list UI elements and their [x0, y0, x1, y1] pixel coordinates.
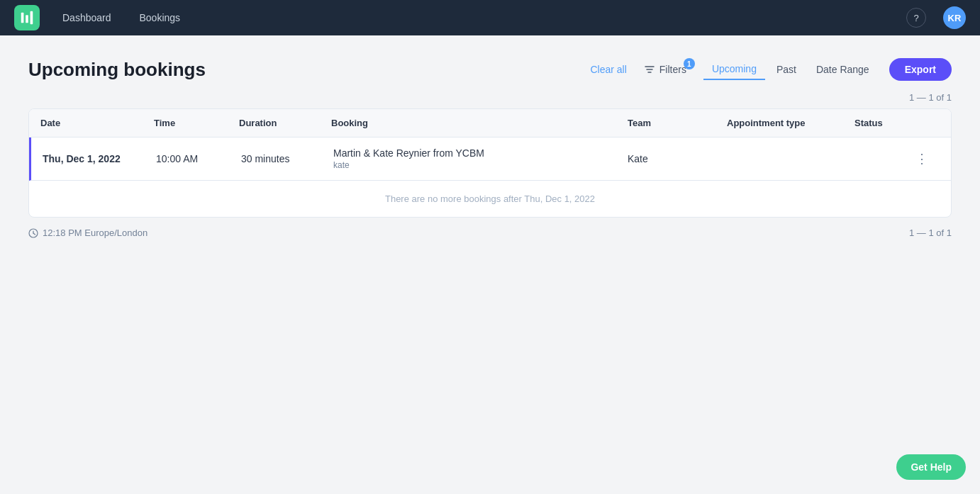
page-title: Upcoming bookings [28, 59, 590, 81]
export-button[interactable]: Export [889, 58, 952, 81]
filters-badge: 1 [684, 58, 695, 69]
svg-line-8 [33, 233, 35, 235]
cell-booking: Martin & Kate Reynier from YCBM kate [333, 147, 628, 170]
cell-more[interactable]: ⋮ [911, 150, 940, 168]
nav-bookings[interactable]: Bookings [134, 9, 186, 26]
row-more-button[interactable]: ⋮ [911, 150, 932, 168]
svg-rect-0 [21, 13, 24, 23]
filters-label: Filters [659, 64, 686, 75]
col-duration: Duration [239, 118, 331, 128]
main-content: Upcoming bookings Clear all Filters 1 Up… [0, 35, 980, 271]
tab-date-range[interactable]: Date Range [808, 60, 878, 79]
no-more-bookings: There are no more bookings after Thu, De… [29, 181, 951, 217]
cell-date: Thu, Dec 1, 2022 [43, 153, 156, 164]
svg-rect-1 [26, 15, 28, 23]
table-footer: 12:18 PM Europe/London 1 — 1 of 1 [28, 218, 952, 248]
bookings-table: Date Time Duration Booking Team Appointm… [28, 108, 952, 218]
col-appointment-type: Appointment type [727, 118, 854, 128]
clear-all-button[interactable]: Clear all [590, 64, 626, 75]
tab-upcoming[interactable]: Upcoming [703, 59, 765, 80]
table-row: Thu, Dec 1, 2022 10:00 AM 30 minutes Mar… [29, 137, 951, 181]
cell-time: 10:00 AM [156, 153, 241, 164]
header-actions: Clear all Filters 1 Upcoming Past Date R… [590, 58, 952, 81]
col-booking: Booking [331, 118, 628, 128]
footer-timezone: 12:18 PM Europe/London [28, 228, 147, 238]
svg-rect-2 [30, 11, 33, 24]
col-date: Date [40, 118, 154, 128]
app-logo[interactable] [14, 5, 40, 30]
booking-name: Martin & Kate Reynier from YCBM [333, 147, 628, 159]
get-help-button[interactable]: Get Help [896, 454, 966, 480]
tab-group: Upcoming Past Date Range [703, 59, 878, 80]
navbar: Dashboard Bookings ? KR [0, 0, 980, 35]
col-team: Team [628, 118, 727, 128]
clock-icon [28, 228, 38, 238]
pagination-top: 1 — 1 of 1 [28, 92, 952, 103]
cell-team: Kate [628, 153, 727, 164]
col-actions [911, 118, 940, 128]
help-icon[interactable]: ? [906, 8, 926, 28]
page-header: Upcoming bookings Clear all Filters 1 Up… [28, 58, 952, 81]
booking-sub: kate [333, 160, 628, 170]
table-header: Date Time Duration Booking Team Appointm… [29, 109, 951, 137]
cell-duration: 30 minutes [241, 153, 333, 164]
filter-icon [644, 64, 655, 75]
nav-dashboard[interactable]: Dashboard [57, 9, 117, 26]
avatar[interactable]: KR [943, 6, 966, 29]
pagination-bottom: 1 — 1 of 1 [909, 228, 952, 238]
tab-past[interactable]: Past [768, 60, 805, 79]
col-status: Status [854, 118, 911, 128]
col-time: Time [154, 118, 239, 128]
filters-button[interactable]: Filters 1 [638, 61, 692, 78]
timezone-text: 12:18 PM Europe/London [43, 228, 147, 238]
